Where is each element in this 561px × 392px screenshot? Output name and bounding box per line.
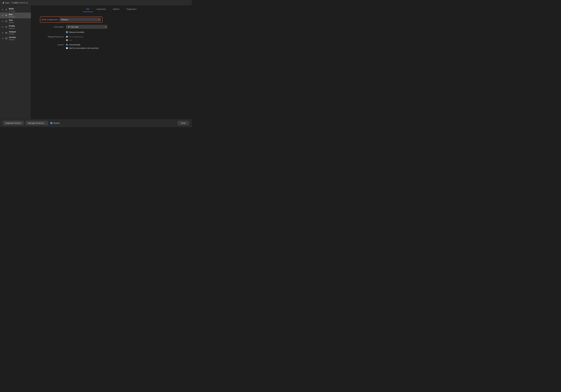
bottom-bar: Duplicate Scheme Manage Schemes... Share… [0,119,192,127]
launch-auto-row: Automatically [66,44,98,46]
tab-info[interactable]: Info [83,7,93,12]
build-config-dropdown-wrapper[interactable]: Debug Release ⬍ [59,18,101,21]
test-icon [5,20,8,23]
analyze-name: Analyze [9,31,16,33]
launch-auto-label: Automatically [69,44,80,46]
sidebar-item-analyze[interactable]: ▶ Analyze Debug [0,30,31,36]
build-arrow: ▶ [2,9,4,11]
analyze-icon [5,31,8,34]
executable-row: Executable ⚡ myui.app ⬍ [40,25,183,29]
profile-name: Profile [9,25,15,27]
debug-process-radio-group: Me (ningjinpeng) root [66,36,83,41]
close-button[interactable]: Close [178,121,189,125]
launch-row: Launch Automatically Wait for executable… [40,44,183,49]
launch-wait-radio[interactable] [66,47,68,49]
shared-checkbox[interactable] [50,122,52,124]
analyze-sub: Debug [9,33,16,35]
profile-arrow: ▶ [2,26,4,28]
main-layout: ▶ Build 2 targets ▶ Run Rele [0,6,192,119]
breadcrumb-chevron: › [10,2,10,4]
archive-icon [5,37,8,40]
debug-process-root-row: root [66,39,83,41]
build-sub: 2 targets [9,10,15,12]
build-config-select[interactable]: Debug Release [59,18,101,21]
debug-process-label: Debug Process As [40,36,64,38]
archive-sub: Release [9,39,16,41]
svg-rect-3 [5,32,6,33]
executable-select[interactable]: ⚡ myui.app [66,25,108,29]
form-area: Build Configuration Debug Release ⬍ Exec… [31,12,192,119]
run-sub: Release [9,16,15,18]
sidebar-item-run[interactable]: ▶ Run Release [0,12,31,18]
tab-options[interactable]: Options [109,7,123,12]
sidebar-item-build[interactable]: ▶ Build 2 targets [0,7,31,12]
launch-label: Launch [40,44,64,46]
debug-process-row: Debug Process As Me (ningjinpeng) root [40,36,183,41]
titlebar-breadcrumb: myui › 宁金鹏的 iPhone (2) [5,1,28,4]
launch-wait-row: Wait for executable to be launched [66,47,98,49]
analyze-text: Analyze Debug [9,31,16,35]
profile-text: Profile Release [9,25,15,29]
build-config-label: Build Configuration [42,19,58,21]
titlebar: ⚡ myui › 宁金鹏的 iPhone (2) [0,0,192,6]
shared-label: Shared [53,122,59,124]
tabs-bar: Info Arguments Options Diagnostics [31,6,192,12]
archive-text: Archive Release [9,36,16,41]
build-text: Build 2 targets [9,8,15,12]
build-name: Build [9,8,15,10]
tab-arguments[interactable]: Arguments [93,7,109,12]
build-config-highlighted: Build Configuration Debug Release ⬍ [40,17,103,23]
test-text: Test Debug [9,19,14,23]
build-icon [5,8,8,11]
svg-marker-0 [6,14,7,16]
analyze-arrow: ▶ [2,32,4,34]
run-icon [5,14,8,17]
run-arrow: ▶ [2,14,4,16]
profile-sub: Release [9,27,15,29]
run-text: Run Release [9,13,15,18]
test-arrow: ▶ [2,20,4,22]
sidebar-item-test[interactable]: ▶ Test Debug [0,18,31,24]
svg-rect-4 [6,32,7,33]
project-name: myui [5,2,9,4]
svg-rect-1 [5,20,7,22]
launch-auto-radio[interactable] [66,44,68,46]
launch-radio-group: Automatically Wait for executable to be … [66,44,98,49]
profile-icon [5,25,8,28]
test-name: Test [9,19,14,21]
debug-executable-checkbox[interactable] [66,31,68,33]
debug-process-me-label: Me (ningjinpeng) [69,36,83,38]
svg-point-2 [6,27,7,27]
build-config-row: Build Configuration Debug Release ⬍ [40,17,183,23]
sidebar-item-archive[interactable]: ▶ Archive Release [0,35,31,41]
debug-process-root-label: root [69,39,72,41]
debug-process-me-radio[interactable] [66,36,68,38]
tab-diagnostics[interactable]: Diagnostics [123,7,140,12]
executable-dropdown-wrapper[interactable]: ⚡ myui.app ⬍ [66,25,108,29]
launch-wait-label: Wait for executable to be launched [69,47,98,49]
test-sub: Debug [9,21,14,23]
duplicate-scheme-button[interactable]: Duplicate Scheme [3,121,24,125]
shared-checkbox-group: Shared [50,122,59,124]
content-area: Info Arguments Options Diagnostics Build… [31,6,192,119]
project-icon: ⚡ [2,2,5,4]
debug-process-me-row: Me (ningjinpeng) [66,36,83,38]
sidebar-item-profile[interactable]: ▶ Profile Release [0,24,31,30]
archive-arrow: ▶ [2,37,4,40]
device-name: 宁金鹏的 iPhone (2) [11,1,28,4]
manage-schemes-button[interactable]: Manage Schemes... [26,121,48,125]
executable-label: Executable [40,26,64,28]
debug-executable-label: Debug executable [69,31,84,33]
debug-executable-row: Debug executable [40,31,183,33]
archive-name: Archive [9,36,16,39]
sidebar: ▶ Build 2 targets ▶ Run Rele [0,6,31,119]
debug-executable-checkbox-row: Debug executable [66,31,84,33]
run-name: Run [9,13,15,16]
debug-process-root-radio[interactable] [66,39,68,41]
